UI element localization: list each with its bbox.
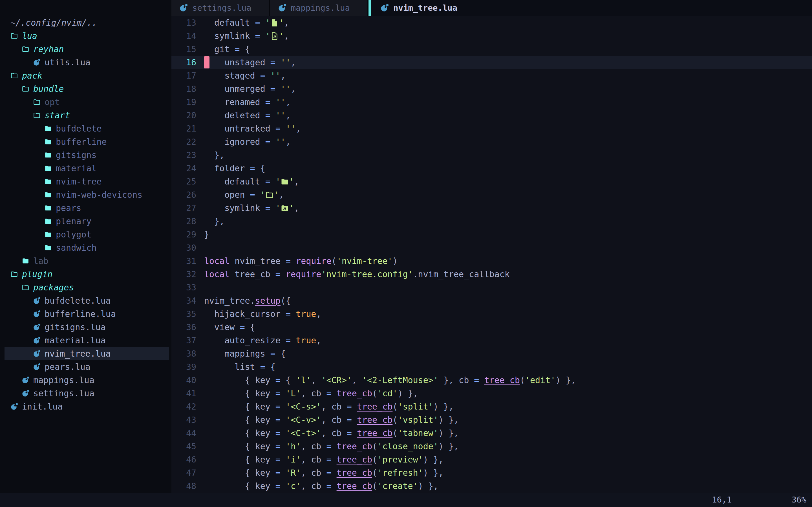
line-number: 36 [171,321,200,334]
token: , [316,309,321,319]
tree-item-nvim-tree[interactable]: nvim-tree [0,175,171,188]
line-number: 33 [171,281,200,294]
tree-item-pears[interactable]: pears [0,202,171,215]
code-line-44[interactable]: 44 { key = '<C-t>', cb = tree_cb('tabnew… [171,427,812,440]
code-line-32[interactable]: 32local tree_cb = require'nvim-tree.conf… [171,268,812,281]
code-line-29[interactable]: 29} [171,228,812,241]
line-number: 32 [171,268,200,281]
code-line-27[interactable]: 27 symlink = '', [171,202,812,215]
tree-item-mappings-lua[interactable]: mappings.lua [0,374,171,387]
tree-item-gitsigns[interactable]: gitsigns [0,149,171,162]
code-line-33[interactable]: 33 [171,281,812,294]
code-text: symlink = '', [200,202,299,215]
code-line-41[interactable]: 41 { key = 'L', cb = tree_cb('cd') }, [171,387,812,400]
code-line-25[interactable]: 25 default = '', [171,175,812,188]
code-line-17[interactable]: 17 staged = '', [171,69,812,82]
tree-item-label: pears [56,203,81,213]
code-line-48[interactable]: 48 { key = 'c', cb = tree_cb('create') }… [171,480,812,493]
code-line-30[interactable]: 30 [171,241,812,255]
tree-root-path[interactable]: ~/.config/nvim/.. [0,16,171,29]
token: '<C-t>' [286,428,321,438]
tree-item-bufdelete[interactable]: bufdelete [0,122,171,135]
code-line-31[interactable]: 31local nvim_tree = require('nvim-tree') [171,255,812,268]
code-line-43[interactable]: 43 { key = '<C-v>', cb = tree_cb('vsplit… [171,413,812,427]
tree-item-bufdelete-lua[interactable]: bufdelete.lua [0,294,171,307]
code-text: } [200,228,209,241]
code-line-42[interactable]: 42 { key = '<C-s>', cb = tree_cb('split'… [171,400,812,413]
tab-nvim-tree-lua[interactable]: nvim_tree.lua [368,0,469,16]
tree-item-settings-lua[interactable]: settings.lua [0,387,171,400]
tree-item-bufferline-lua[interactable]: bufferline.lua [0,307,171,321]
tree-item-init-lua[interactable]: init.lua [0,400,171,413]
tree-item-nvim-tree-lua[interactable]: nvim_tree.lua [0,347,171,360]
token: local [204,269,230,279]
tree-item-sandwich[interactable]: sandwich [0,241,171,255]
tree-item-polygot[interactable]: polygot [0,228,171,241]
code-line-37[interactable]: 37 auto_resize = true, [171,334,812,347]
token: '<2-LeftMouse>' [362,375,439,385]
tree-item-material[interactable]: material [0,162,171,175]
folder-closed-icon [44,244,52,251]
tree-item-bundle[interactable]: bundle [0,82,171,96]
code-line-28[interactable]: 28 }, [171,215,812,228]
code-line-22[interactable]: 22 ignored = '', [171,135,812,149]
token: { key [204,468,270,478]
code-line-39[interactable]: 39 list = { [171,360,812,374]
tree-item-pack[interactable]: pack [0,69,171,82]
tree-item-utils-lua[interactable]: utils.lua [0,56,171,69]
code-line-36[interactable]: 36 view = { [171,321,812,334]
tree-item-pears-lua[interactable]: pears.lua [0,360,171,374]
code-line-45[interactable]: 45 { key = 'h', cb = tree_cb('close_node… [171,440,812,453]
code-line-26[interactable]: 26 open = '', [171,188,812,202]
code-line-34[interactable]: 34nvim_tree.setup({ [171,294,812,307]
code-line-15[interactable]: 15 git = { [171,43,812,56]
code-text: staged = '', [200,69,286,82]
token: setup [255,296,281,305]
tree-item-lab[interactable]: lab [0,255,171,268]
tree-item-reyhan[interactable]: reyhan [0,43,171,56]
code-line-13[interactable]: 13 default = '', [171,16,812,29]
token: , [291,84,296,94]
code-line-20[interactable]: 20 deleted = '', [171,109,812,122]
token: = [270,388,286,398]
tree-item-lua[interactable]: lua [0,29,171,43]
token: ) }, [439,415,459,425]
token: { key [204,415,270,425]
code-text: untracked = '', [200,122,301,135]
token: 'refresh' [377,468,423,478]
tree-item-gitsigns-lua[interactable]: gitsigns.lua [0,321,171,334]
code-line-47[interactable]: 47 { key = 'R', cb = tree_cb('refresh') … [171,466,812,480]
code-text: { key = 'L', cb = tree_cb('cd') }, [200,387,418,400]
tree-item-plenary[interactable]: plenary [0,215,171,228]
line-number: 41 [171,387,200,400]
code-line-19[interactable]: 19 renamed = '', [171,96,812,109]
code-line-46[interactable]: 46 { key = 'i', cb = tree_cb('preview') … [171,453,812,466]
code-line-35[interactable]: 35 hijack_cursor = true, [171,307,812,321]
token: ( [332,256,337,266]
code-text: deleted = '', [200,109,291,122]
code-text: unstaged = '', [200,56,296,69]
tree-item-material-lua[interactable]: material.lua [0,334,171,347]
tree-item-start[interactable]: start [0,109,171,122]
code-line-40[interactable]: 40 { key = { 'l', '<CR>', '<2-LeftMouse>… [171,374,812,387]
token: ) }, [434,402,454,411]
tab-settings-lua[interactable]: settings.lua [171,0,270,16]
code-line-18[interactable]: 18 unmerged = '', [171,82,812,96]
code-line-14[interactable]: 14 symlink = '', [171,29,812,43]
code-line-24[interactable]: 24 folder = { [171,162,812,175]
tree-item-nvim-web-devicons[interactable]: nvim-web-devicons [0,188,171,202]
lua-file-icon [22,376,29,384]
code-line-21[interactable]: 21 untracked = '', [171,122,812,135]
tree-item-bufferline[interactable]: bufferline [0,135,171,149]
tab-mappings-lua[interactable]: mappings.lua [270,0,369,16]
code-buffer[interactable]: 13 default = '',14 symlink = '',15 git =… [171,16,812,493]
token: = [255,362,270,372]
tree-item-plugin[interactable]: plugin [0,268,171,281]
tree-item-packages[interactable]: packages [0,281,171,294]
token: ) }, [439,441,459,451]
code-line-38[interactable]: 38 mappings = { [171,347,812,360]
code-line-23[interactable]: 23 }, [171,149,812,162]
tree-item-opt[interactable]: opt [0,96,171,109]
token: = [281,309,296,319]
code-line-16[interactable]: 16 unstaged = '', [171,56,812,69]
